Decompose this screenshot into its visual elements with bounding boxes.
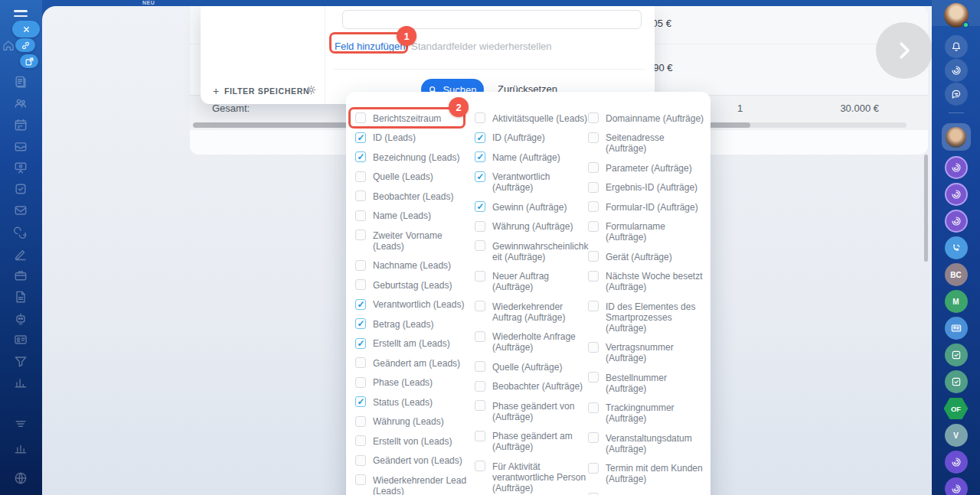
field-label[interactable]: ID (Leads) (373, 132, 416, 144)
app-spiral-5[interactable] (945, 477, 968, 495)
menu-hamburger-icon[interactable] (14, 10, 28, 20)
field-checkbox-item[interactable]: Wiederkehrender Auftrag (Aufträge) (475, 301, 588, 323)
sidebar-bot-icon[interactable] (13, 311, 28, 326)
checkbox-checked[interactable] (355, 132, 366, 143)
field-checkbox-item[interactable]: Geändert von (Leads) (355, 455, 475, 467)
sidebar-file-icon[interactable] (13, 289, 28, 304)
field-checkbox-item[interactable]: Phase (Leads) (355, 377, 475, 389)
field-checkbox-item[interactable]: Veranstaltungsdatum (Aufträge) (588, 432, 701, 454)
tasks-app-2[interactable] (945, 370, 968, 393)
field-checkbox-item[interactable]: Status (Leads) (355, 396, 475, 408)
next-slide-button[interactable] (876, 22, 933, 79)
checkbox-unchecked[interactable] (475, 221, 485, 232)
field-checkbox-item[interactable]: Aktivitätsquelle (Leads) (475, 112, 588, 124)
sidebar-tasks-icon[interactable] (13, 181, 28, 197)
field-label[interactable]: Währung (Aufträge) (492, 221, 573, 233)
sidebar-document-icon[interactable] (13, 74, 28, 90)
field-label[interactable]: Beobachter (Aufträge) (492, 381, 583, 392)
field-label[interactable]: Wiederholte Anfrage (Aufträge) (492, 331, 576, 353)
sidebar-sign-icon[interactable] (13, 246, 28, 262)
contact-card-button[interactable] (945, 317, 968, 340)
checkbox-unchecked[interactable] (588, 201, 599, 212)
field-checkbox-item[interactable]: Ergebnis-ID (Aufträge) (588, 182, 701, 194)
checkbox-unchecked[interactable] (475, 431, 485, 441)
field-label[interactable]: Parameter (Aufträge) (606, 162, 692, 174)
sidebar-users-icon[interactable] (13, 96, 28, 111)
checkbox-unchecked[interactable] (588, 132, 599, 143)
checkbox-unchecked[interactable] (355, 230, 366, 240)
open-external-button[interactable] (20, 54, 38, 68)
field-checkbox-item[interactable]: ID des Elementes des Smartprozesses (Auf… (588, 301, 701, 334)
field-label[interactable]: Phase geändert von (Aufträge) (492, 400, 574, 422)
field-label[interactable]: Geburtstag (Leads) (373, 279, 452, 291)
app-spiral-3[interactable] (945, 210, 968, 233)
sidebar-inbox-icon[interactable] (13, 138, 28, 154)
restore-default-fields-link[interactable]: Standardfelder wiederherstellen (411, 41, 552, 52)
field-label[interactable]: Gewinnwahrscheinlichk eit (Aufträge) (492, 240, 588, 262)
field-checkbox-item[interactable]: Wiederkehrender Lead (Leads) (355, 474, 475, 495)
checkbox-unchecked[interactable] (475, 240, 485, 251)
checkbox-checked[interactable] (475, 171, 485, 182)
checkbox-unchecked[interactable] (475, 271, 485, 282)
field-label[interactable]: Gerät (Aufträge) (606, 251, 672, 262)
checkbox-unchecked[interactable] (588, 402, 599, 413)
field-checkbox-item[interactable]: Quelle (Leads) (355, 171, 475, 183)
field-label[interactable]: Termin mit dem Kunden (Aufträge) (606, 463, 703, 485)
checkbox-unchecked[interactable] (475, 361, 485, 372)
field-label[interactable]: Bezeichnung (Leads) (373, 151, 459, 163)
field-checkbox-item[interactable]: Währung (Leads) (355, 416, 475, 428)
field-label[interactable]: Nächste Woche besetzt (Aufträge) (606, 271, 703, 293)
field-label[interactable]: Geändert von (Leads) (373, 455, 462, 467)
sidebar-funnel-icon[interactable] (13, 353, 28, 369)
field-checkbox-item[interactable]: Erstellt von (Leads) (355, 435, 475, 447)
field-label[interactable]: Status (Leads) (373, 396, 433, 408)
field-label[interactable]: Formular-ID (Aufträge) (606, 201, 698, 213)
field-label[interactable]: Neuer Auftrag (Aufträge) (492, 271, 549, 293)
field-label[interactable]: Gewinn (Aufträge) (492, 201, 567, 213)
field-label[interactable]: Phase geändert am (Aufträge) (492, 431, 573, 453)
filter-settings-gear-icon[interactable] (305, 84, 317, 96)
checkbox-unchecked[interactable] (588, 221, 599, 232)
field-checkbox-item[interactable]: ID (Leads) (355, 132, 475, 144)
field-checkbox-item[interactable]: Formular-ID (Aufträge) (588, 201, 701, 213)
field-checkbox-item[interactable]: Neuer Auftrag (Aufträge) (475, 271, 588, 293)
field-label[interactable]: Erstellt von (Leads) (373, 435, 452, 447)
field-checkbox-item[interactable]: Verantwortlich (Aufträge) (475, 171, 588, 194)
checkbox-unchecked[interactable] (355, 377, 366, 388)
field-label[interactable]: Quelle (Aufträge) (492, 361, 562, 373)
field-checkbox-item[interactable]: Parameter (Aufträge) (588, 162, 701, 174)
field-label[interactable]: Beobachter (Leads) (373, 191, 453, 202)
app-spiral-2[interactable] (945, 183, 968, 206)
field-label[interactable]: Geändert am (Leads) (373, 357, 460, 369)
field-checkbox-item[interactable]: Gewinn (Aufträge) (475, 201, 588, 213)
app-spiral-4[interactable] (945, 451, 968, 474)
field-label[interactable]: Verantwortlich (Aufträge) (492, 171, 550, 194)
tasks-app-1[interactable] (945, 344, 968, 366)
checkbox-unchecked[interactable] (355, 279, 366, 290)
sidebar-chart-icon[interactable] (13, 375, 28, 390)
field-checkbox-item[interactable]: Nächste Woche besetzt (Aufträge) (588, 271, 701, 293)
field-checkbox-item[interactable]: Währung (Aufträge) (475, 221, 588, 233)
sidebar-company-icon[interactable] (13, 268, 28, 283)
checkbox-checked[interactable] (355, 299, 366, 310)
field-label[interactable]: Für Aktivität verantwortliche Person (Au… (492, 461, 586, 493)
checkbox-unchecked[interactable] (475, 331, 485, 342)
field-checkbox-item[interactable]: Verantwortlich (Leads) (355, 299, 475, 311)
checkbox-checked[interactable] (475, 201, 485, 212)
close-menu-button[interactable] (12, 21, 40, 37)
field-checkbox-item[interactable]: Gerät (Aufträge) (588, 251, 701, 262)
checkbox-checked[interactable] (355, 396, 366, 407)
field-label[interactable]: Wiederkehrender Lead (Leads) (373, 474, 466, 495)
field-checkbox-item[interactable]: Beobachter (Aufträge) (475, 381, 588, 392)
field-label[interactable]: Veranstaltungsdatum (Aufträge) (606, 432, 692, 454)
field-label[interactable]: Betrag (Leads) (373, 318, 433, 330)
field-label[interactable]: Wiederkehrender Auftrag (Aufträge) (492, 301, 565, 323)
sidebar-chat-icon[interactable] (13, 224, 28, 239)
checkbox-unchecked[interactable] (355, 210, 366, 221)
checkbox-unchecked[interactable] (588, 182, 599, 193)
checkbox-unchecked[interactable] (588, 432, 599, 443)
field-label[interactable]: Aktivitätsquelle (Leads) (492, 112, 587, 124)
field-label[interactable]: Verantwortlich (Leads) (373, 299, 464, 311)
field-checkbox-item[interactable]: Phase geändert von (Aufträge) (475, 400, 588, 422)
field-label[interactable]: Ergebnis-ID (Aufträge) (606, 182, 697, 194)
